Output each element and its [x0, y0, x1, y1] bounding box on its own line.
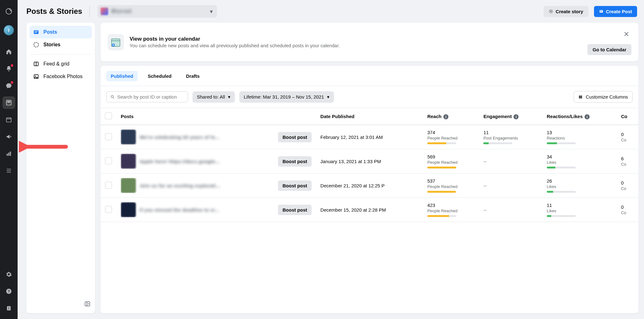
card-tabs: Published Scheduled Drafts [101, 66, 638, 86]
stories-icon [33, 42, 40, 48]
boost-post-button[interactable]: Boost post [278, 132, 311, 142]
tab-published[interactable]: Published [106, 71, 138, 81]
logo-icon[interactable] [3, 5, 15, 18]
side-item-facebook-photos[interactable]: Facebook Photos [30, 70, 92, 83]
ads-icon[interactable] [3, 130, 15, 143]
svg-rect-6 [8, 153, 9, 156]
search-input-wrap[interactable] [106, 91, 188, 102]
banner-text: View posts in your calendar You can sche… [130, 36, 340, 48]
report-problem-icon[interactable] [3, 302, 15, 315]
col-reactions[interactable]: Reactions/Likesi [542, 108, 617, 125]
svg-rect-31 [581, 95, 582, 98]
posts-icon[interactable] [3, 96, 15, 109]
col-engagement[interactable]: Engagementi [479, 108, 542, 125]
svg-rect-30 [580, 95, 581, 98]
create-post-button[interactable]: Create Post [594, 6, 637, 17]
grid-icon [33, 61, 40, 67]
app-rail: I ? [0, 0, 18, 319]
engagement-metric: -- [483, 207, 538, 213]
search-input[interactable] [117, 94, 184, 100]
svg-rect-20 [35, 32, 37, 33]
post-caption: We're celebrating 20 years of love… [140, 134, 221, 140]
side-item-posts[interactable]: Posts [30, 26, 92, 38]
create-post-label: Create Post [606, 9, 632, 14]
react-label: Reactions [547, 136, 612, 140]
col-reach[interactable]: Reachi [423, 108, 479, 125]
side-item-feed-grid[interactable]: Feed & grid [30, 58, 92, 70]
reach-metric: 569 People Reached [427, 154, 475, 168]
reach-label: People Reached [427, 184, 475, 189]
side-item-stories[interactable]: Stories [30, 38, 92, 51]
select-all-checkbox[interactable] [105, 112, 112, 119]
boost-post-button[interactable]: Boost post [278, 180, 311, 191]
reach-value: 569 [427, 154, 475, 159]
comments-label: Co [621, 210, 634, 215]
svg-rect-11 [8, 307, 9, 309]
plus-circle-icon [549, 9, 553, 14]
comments-value: 0 [621, 204, 634, 210]
svg-rect-12 [8, 309, 9, 310]
row-checkbox[interactable] [105, 206, 112, 213]
notifications-icon[interactable] [3, 62, 15, 75]
messages-icon[interactable] [3, 79, 15, 92]
row-checkbox[interactable] [105, 182, 112, 189]
customize-columns-button[interactable]: Customize Columns [574, 91, 633, 103]
close-icon[interactable] [621, 29, 631, 40]
svg-rect-16 [600, 11, 602, 11]
date-range-label: Lifetime: Mar 31, 2019 – Nov 15, 2021 [244, 94, 324, 100]
svg-point-0 [6, 9, 12, 14]
table-row: We're celebrating 20 years of love… Boos… [101, 125, 638, 149]
table-row: If you missed the deadline to sign… Boos… [101, 198, 638, 222]
date-range-filter[interactable]: Lifetime: Mar 31, 2019 – Nov 15, 2021 ▾ [239, 91, 334, 103]
calendar-icon[interactable] [3, 113, 15, 126]
reach-metric: 423 People Reached [427, 202, 475, 217]
row-checkbox[interactable] [105, 157, 112, 164]
side-panel: Posts Stories Feed & grid Facebook Photo [26, 23, 95, 313]
engagement-metric: -- [483, 183, 538, 188]
engagement-metric: 11 Post Engagements [483, 130, 538, 144]
reach-label: People Reached [427, 136, 475, 140]
account-avatar[interactable]: I [4, 25, 14, 35]
col-posts: Posts [116, 108, 274, 125]
row-checkbox[interactable] [105, 133, 112, 140]
react-label: Likes [547, 160, 612, 165]
help-icon[interactable]: ? [3, 285, 15, 298]
date-cell: February 12, 2021 at 3:01 AM [316, 125, 423, 149]
posts-list-icon [33, 29, 40, 35]
tab-scheduled[interactable]: Scheduled [143, 71, 176, 81]
engagement-metric: -- [483, 159, 538, 164]
account-name: Blurred [111, 9, 131, 14]
col-comments: Co [617, 108, 638, 125]
comments-label: Co [621, 138, 634, 142]
go-to-calendar-button[interactable]: Go to Calendar [587, 44, 631, 55]
settings-icon[interactable] [3, 268, 15, 281]
insights-icon[interactable] [3, 147, 15, 160]
comments-metric: 0 Co [621, 180, 634, 191]
side-item-label: Feed & grid [43, 61, 69, 67]
tab-label: Drafts [186, 73, 200, 79]
divider [30, 54, 91, 54]
account-selector[interactable]: Blurred ▾ [97, 5, 217, 18]
chevron-down-icon: ▾ [327, 94, 330, 100]
banner-title: View posts in your calendar [130, 36, 340, 42]
customize-columns-label: Customize Columns [586, 94, 628, 100]
boost-post-button[interactable]: Boost post [278, 205, 311, 215]
tab-drafts[interactable]: Drafts [182, 71, 204, 81]
info-icon: i [443, 114, 448, 119]
boost-post-button[interactable]: Boost post [278, 156, 311, 167]
divider [90, 6, 90, 17]
posts-table: Posts Date Published Reachi Engagementi … [101, 108, 638, 222]
date-cell: December 15, 2020 at 2:28 PM [316, 198, 423, 222]
table-wrap[interactable]: Posts Date Published Reachi Engagementi … [101, 108, 638, 313]
post-thumb [121, 154, 136, 169]
post-caption: Join us for an exciting explorative… [140, 183, 221, 188]
comments-metric: 0 Co [621, 204, 634, 215]
banner-subtitle: You can schedule new posts and view all … [130, 43, 340, 48]
collapse-panel-icon[interactable] [84, 301, 91, 308]
search-icon [110, 95, 115, 99]
menu-icon[interactable] [3, 164, 15, 177]
shared-to-filter[interactable]: Shared to: All ▾ [192, 91, 235, 103]
home-icon[interactable] [3, 45, 15, 58]
create-story-button[interactable]: Create story [544, 6, 588, 17]
react-label: Likes [547, 208, 612, 213]
